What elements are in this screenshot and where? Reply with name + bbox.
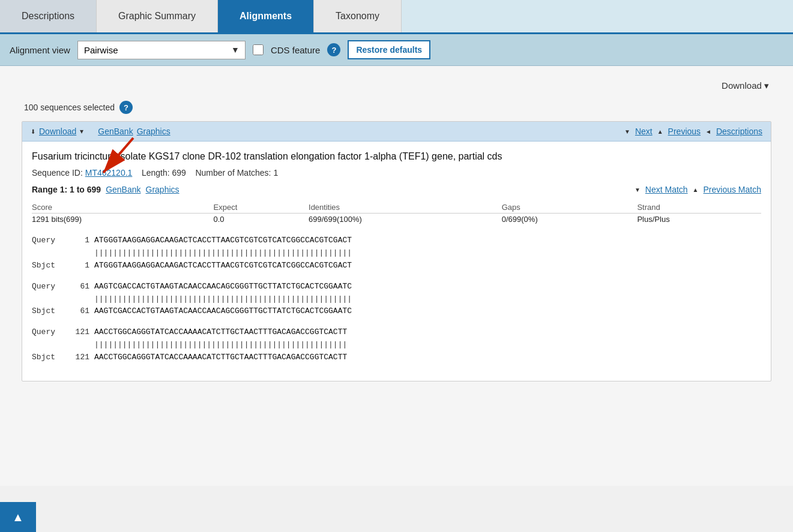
panel-previous-button[interactable]: Previous <box>668 127 701 136</box>
strand-value: Plus/Plus <box>637 214 761 226</box>
sbjct-row-1: Sbjct 1 ATGGGTAAGGAGGACAAGACTCACCTTAACGT… <box>32 260 761 272</box>
score-row: 1291 bits(699) 0.0 699/699(100%) 0/699(0… <box>32 214 761 226</box>
tabs-bar: Descriptions Graphic Summary Alignments … <box>0 0 793 34</box>
length-value: 699 <box>172 168 186 178</box>
score-header: Score <box>32 200 214 214</box>
expect-header: Expect <box>214 200 309 214</box>
query-row-3: Query 121 AACCTGGCAGGGTATCACCAAAACATCTTG… <box>32 326 761 339</box>
cds-feature-checkbox[interactable] <box>253 44 264 55</box>
download-icon: ⬇ <box>31 128 35 135</box>
num-matches-value: 1 <box>273 168 278 178</box>
gaps-value: 0/699(0%) <box>502 214 638 226</box>
sequence-meta: Sequence ID: MT462120.1 L <box>32 168 761 178</box>
download-bar: Download ▾ <box>12 76 781 96</box>
sequences-help-icon[interactable]: ? <box>119 101 133 114</box>
alignment-block-3: Query 121 AACCTGGCAGGGTATCACCAAAACATCTTG… <box>32 326 761 363</box>
sbjct-row-3: Sbjct 121 AACCTGGCAGGGTATCACCAAAACATCTTG… <box>32 351 761 364</box>
alignment-view-select[interactable]: Pairwise Query-anchored with dots Query-… <box>77 41 246 59</box>
alignment-panel: ⬇ Download ▾ GenBank Graphics ▼ Next ▲ P… <box>22 121 771 381</box>
sbjct-row-2: Sbjct 61 AAGTCGACCACTGTAAGTACAACCAACAGCG… <box>32 305 761 318</box>
download-link[interactable]: Download ▾ <box>722 80 769 91</box>
panel-body: Fusarium tricinctum isolate KGS17 clone … <box>22 142 771 381</box>
toolbar: Alignment view Pairwise Query-anchored w… <box>0 34 793 66</box>
tab-taxonomy[interactable]: Taxonomy <box>314 0 402 32</box>
previous-triangle-icon: ▲ <box>657 128 663 135</box>
strand-header: Strand <box>637 200 761 214</box>
range-title: Range 1: 1 to 699 <box>32 185 101 194</box>
tab-descriptions[interactable]: Descriptions <box>0 0 97 32</box>
score-value: 1291 bits(699) <box>32 214 214 226</box>
panel-next-button[interactable]: Next <box>635 127 653 136</box>
sequences-count: 100 sequences selected <box>24 103 115 112</box>
length-label: Length: <box>142 168 170 178</box>
tab-graphic-summary[interactable]: Graphic Summary <box>97 0 218 32</box>
seq-id-label: Sequence ID: <box>32 168 83 178</box>
alignment-view-label: Alignment view <box>10 45 70 55</box>
range-graphics-link[interactable]: Graphics <box>146 185 179 194</box>
panel-download-link[interactable]: Download <box>39 127 76 136</box>
cds-help-icon[interactable]: ? <box>327 43 340 56</box>
score-table: Score Expect Identities Gaps Strand 1291… <box>32 200 761 225</box>
query-row-1: Query 1 ATGGGTAAGGAGGACAAGACTCACCTTAACGT… <box>32 235 761 247</box>
range-genbank-link[interactable]: GenBank <box>106 185 140 194</box>
panel-descriptions-link[interactable]: Descriptions <box>716 127 762 136</box>
alignment-block-2: Query 61 AAGTCGACCACTGTAAGTACAACCAACAGCG… <box>32 281 761 318</box>
prev-match-icon: ▲ <box>693 187 699 193</box>
seq-id-area: MT462120.1 <box>85 168 133 178</box>
num-matches-label: Number of Matches: <box>195 168 271 178</box>
gaps-header: Gaps <box>502 200 638 214</box>
identities-header: Identities <box>309 200 502 214</box>
download-chevron-icon: ▾ <box>80 127 83 136</box>
query-row-2: Query 61 AAGTCGACCACTGTAAGTACAACCAACAGCG… <box>32 281 761 293</box>
range-header: Range 1: 1 to 699 GenBank Graphics ▼ Nex… <box>32 185 761 194</box>
panel-genbank-link[interactable]: GenBank <box>98 127 133 136</box>
bars-row-1: ||||||||||||||||||||||||||||||||||||||||… <box>32 247 761 260</box>
cds-feature-label: CDS feature <box>271 45 321 55</box>
range-nav: ▼ Next Match ▲ Previous Match <box>635 185 761 194</box>
restore-defaults-button[interactable]: Restore defaults <box>348 40 430 59</box>
alignment-block-1: Query 1 ATGGGTAAGGAGGACAAGACTCACCTTAACGT… <box>32 235 761 272</box>
bars-row-2: ||||||||||||||||||||||||||||||||||||||||… <box>32 293 761 306</box>
previous-match-button[interactable]: Previous Match <box>704 185 761 194</box>
panel-header-right: ▼ Next ▲ Previous ◄ Descriptions <box>624 127 762 136</box>
next-match-button[interactable]: Next Match <box>645 185 688 194</box>
identities-value: 699/699(100%) <box>309 214 502 226</box>
panel-header: ⬇ Download ▾ GenBank Graphics ▼ Next ▲ P… <box>22 122 771 142</box>
next-match-icon: ▼ <box>635 187 641 193</box>
alignment-view-wrapper: Pairwise Query-anchored with dots Query-… <box>77 41 246 59</box>
descriptions-arrow-icon: ◄ <box>705 128 711 135</box>
panel-header-left: ⬇ Download ▾ GenBank Graphics <box>31 127 621 136</box>
sequences-info: 100 sequences selected ? <box>12 96 781 121</box>
panel-graphics-link[interactable]: Graphics <box>137 127 170 136</box>
main-area: Download ▾ 100 sequences selected ? ⬇ Do… <box>0 66 793 486</box>
expect-value: 0.0 <box>214 214 309 226</box>
sequence-title: Fusarium tricinctum isolate KGS17 clone … <box>32 150 761 163</box>
next-triangle-icon: ▼ <box>624 128 630 135</box>
bars-row-3: ||||||||||||||||||||||||||||||||||||||||… <box>32 339 761 351</box>
alignment-blocks: Query 1 ATGGGTAAGGAGGACAAGACTCACCTTAACGT… <box>32 235 761 363</box>
tab-alignments[interactable]: Alignments <box>218 0 314 32</box>
seq-id-link[interactable]: MT462120.1 <box>85 168 133 178</box>
